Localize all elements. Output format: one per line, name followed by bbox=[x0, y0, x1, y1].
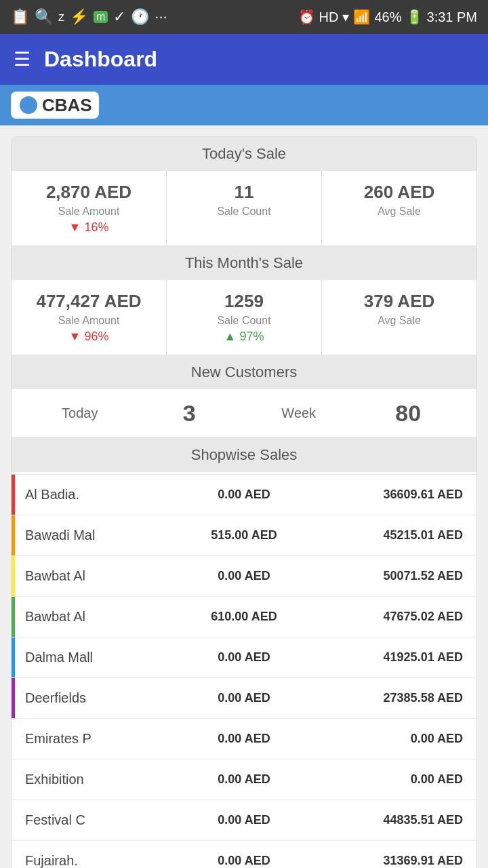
shop-month-amount: 0.00 AED bbox=[308, 732, 463, 746]
logo-bar: CBAS bbox=[0, 85, 488, 125]
today-customers-value: 3 bbox=[135, 400, 245, 427]
shop-today-amount: 0.00 AED bbox=[180, 813, 308, 827]
month-amount-label: Sale Amount bbox=[18, 315, 159, 327]
month-count-change: ▲ 97% bbox=[174, 330, 314, 344]
today-amount-value: 2,870 AED bbox=[18, 182, 159, 203]
hd-badge: HD bbox=[319, 9, 339, 25]
check-icon: ✓ bbox=[113, 8, 125, 26]
today-amount-change: ▼ 16% bbox=[18, 220, 159, 235]
shop-name: Fujairah. bbox=[25, 853, 180, 868]
shopwise-sales-header: Shopwise Sales bbox=[12, 438, 476, 472]
shop-row: Dalma Mall0.00 AED41925.01 AED bbox=[12, 637, 476, 678]
shop-row: Bawadi Mal515.00 AED45215.01 AED bbox=[12, 515, 476, 556]
month-avg-label: Avg Sale bbox=[329, 315, 470, 327]
today-avg-cell: 260 AED Avg Sale bbox=[322, 171, 476, 245]
top-nav: ☰ Dashboard bbox=[0, 34, 488, 85]
shop-today-amount: 0.00 AED bbox=[180, 650, 308, 665]
alarm-icon: ⏰ bbox=[298, 9, 315, 25]
shop-row: Fujairah.0.00 AED31369.91 AED bbox=[12, 841, 476, 868]
today-avg-label: Avg Sale bbox=[329, 205, 470, 218]
month-count-cell: 1259 Sale Count ▲ 97% bbox=[167, 280, 322, 355]
shop-today-amount: 610.00 AED bbox=[180, 610, 308, 624]
main-content: Today's Sale 2,870 AED Sale Amount ▼ 16%… bbox=[0, 125, 488, 868]
shop-row: Festival C0.00 AED44835.51 AED bbox=[12, 800, 476, 841]
clock-app-icon: 🕐 bbox=[131, 8, 149, 26]
week-customers-label: Week bbox=[244, 406, 354, 421]
new-customers-header: New Customers bbox=[12, 355, 476, 389]
shop-today-amount: 515.00 AED bbox=[180, 528, 308, 542]
month-amount-cell: 477,427 AED Sale Amount ▼ 96% bbox=[12, 280, 167, 355]
week-customers-value: 80 bbox=[354, 400, 464, 427]
today-count-label: Sale Count bbox=[174, 205, 314, 218]
shop-name: Bawbat Al bbox=[25, 568, 180, 584]
today-amount-label: Sale Amount bbox=[18, 205, 159, 218]
shop-row: Emirates P0.00 AED0.00 AED bbox=[12, 719, 476, 760]
shop-month-amount: 0.00 AED bbox=[308, 772, 463, 787]
logo-text: CBAS bbox=[42, 95, 92, 116]
shop-month-amount: 45215.01 AED bbox=[308, 528, 463, 542]
shop-color-bar bbox=[12, 678, 15, 718]
dashboard-card: Today's Sale 2,870 AED Sale Amount ▼ 16%… bbox=[11, 136, 477, 868]
status-indicators: ⏰ HD ▾ 📶 46% 🔋 3:31 PM bbox=[298, 9, 477, 25]
today-avg-value: 260 AED bbox=[329, 182, 470, 203]
battery-text: 46% bbox=[374, 9, 401, 25]
months-sale-row: 477,427 AED Sale Amount ▼ 96% 1259 Sale … bbox=[12, 280, 476, 355]
status-bar: 📋 🔍 z ⚡ m ✓ 🕐 ··· ⏰ HD ▾ 📶 46% 🔋 3:31 PM bbox=[0, 0, 488, 34]
month-count-label: Sale Count bbox=[174, 315, 314, 327]
shop-month-amount: 27385.58 AED bbox=[308, 691, 463, 705]
shop-today-amount: 0.00 AED bbox=[180, 854, 308, 868]
shop-color-bar bbox=[12, 556, 15, 596]
m-icon: m bbox=[94, 11, 108, 23]
logo-circle-icon bbox=[18, 94, 39, 116]
flash-icon: ⚡ bbox=[70, 8, 88, 26]
shop-row: Bawbat Al0.00 AED50071.52 AED bbox=[12, 556, 476, 597]
shop-month-amount: 31369.91 AED bbox=[308, 854, 463, 868]
shop-month-amount: 41925.01 AED bbox=[308, 650, 463, 665]
shop-name: Deerfields bbox=[25, 690, 180, 706]
today-count-cell: 11 Sale Count bbox=[167, 171, 322, 245]
today-amount-cell: 2,870 AED Sale Amount ▼ 16% bbox=[12, 171, 167, 245]
shop-color-bar bbox=[12, 597, 15, 637]
shop-name: Exhibition bbox=[25, 772, 180, 787]
todays-sale-row: 2,870 AED Sale Amount ▼ 16% 11 Sale Coun… bbox=[12, 171, 476, 246]
search-icon: 🔍 bbox=[35, 8, 53, 26]
shop-month-amount: 47675.02 AED bbox=[308, 610, 463, 624]
signal-icon: 📶 bbox=[353, 9, 370, 25]
shop-name: Al Badia. bbox=[25, 487, 180, 502]
months-sale-header: This Month's Sale bbox=[12, 246, 476, 280]
shop-today-amount: 0.00 AED bbox=[180, 732, 308, 746]
today-count-value: 11 bbox=[174, 182, 314, 203]
shop-rows-container: Al Badia.0.00 AED36609.61 AEDBawadi Mal5… bbox=[12, 475, 476, 868]
shop-row: Deerfields0.00 AED27385.58 AED bbox=[12, 678, 476, 719]
month-amount-value: 477,427 AED bbox=[18, 291, 159, 312]
shop-today-amount: 0.00 AED bbox=[180, 569, 308, 583]
month-amount-change: ▼ 96% bbox=[18, 330, 159, 344]
shop-name: Festival C bbox=[25, 812, 180, 828]
shop-color-bar bbox=[12, 637, 15, 677]
shop-color-bar bbox=[12, 515, 15, 555]
customers-row: Today 3 Week 80 bbox=[12, 389, 476, 438]
shop-name: Emirates P bbox=[25, 731, 180, 747]
battery-icon: 🔋 bbox=[406, 9, 423, 25]
shop-month-amount: 50071.52 AED bbox=[308, 569, 463, 583]
zomato-icon: z bbox=[58, 10, 64, 24]
wifi-icon: ▾ bbox=[342, 9, 349, 25]
notes-icon: 📋 bbox=[11, 8, 29, 26]
shop-color-bar bbox=[12, 475, 15, 515]
shop-today-amount: 0.00 AED bbox=[180, 488, 308, 502]
more-icon: ··· bbox=[155, 8, 167, 26]
shop-name: Bawbat Al bbox=[25, 609, 180, 625]
shop-name: Dalma Mall bbox=[25, 650, 180, 665]
month-avg-value: 379 AED bbox=[329, 291, 470, 312]
shop-row: Bawbat Al610.00 AED47675.02 AED bbox=[12, 597, 476, 637]
page-title: Dashboard bbox=[44, 47, 157, 72]
shop-row: Al Badia.0.00 AED36609.61 AED bbox=[12, 475, 476, 515]
clock: 3:31 PM bbox=[427, 9, 477, 25]
todays-sale-header: Today's Sale bbox=[12, 137, 476, 171]
shop-month-amount: 44835.51 AED bbox=[308, 813, 463, 827]
shop-month-amount: 36609.61 AED bbox=[308, 488, 463, 502]
shop-today-amount: 0.00 AED bbox=[180, 772, 308, 787]
hamburger-menu[interactable]: ☰ bbox=[14, 48, 30, 71]
status-icons: 📋 🔍 z ⚡ m ✓ 🕐 ··· bbox=[11, 8, 167, 26]
shop-row: Exhibition0.00 AED0.00 AED bbox=[12, 760, 476, 800]
